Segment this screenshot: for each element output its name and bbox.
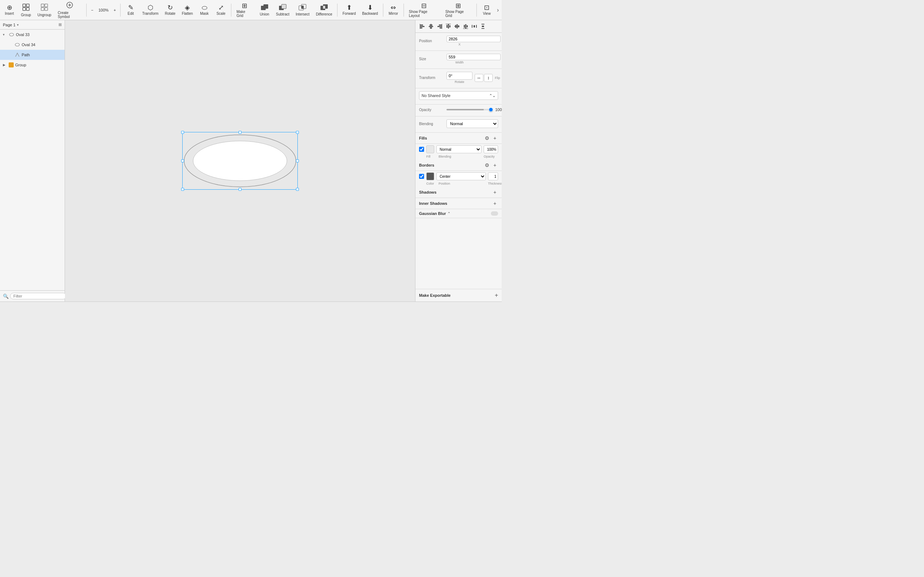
insert-icon: ⊕ — [7, 4, 12, 11]
align-top-button[interactable] — [444, 23, 452, 30]
gaussian-blur-chevron-icon[interactable]: ⌃ — [447, 212, 451, 215]
union-button[interactable]: Union — [257, 2, 273, 19]
shadows-add-button[interactable]: + — [492, 189, 498, 195]
fill-enabled-checkbox[interactable] — [419, 147, 424, 152]
layer-filter-input[interactable] — [10, 293, 66, 299]
shared-style-select[interactable]: No Shared Style ⌃⌄ — [419, 91, 498, 100]
handle-middle-left[interactable] — [181, 160, 184, 162]
position-x-input[interactable] — [446, 36, 501, 42]
layer-item-path[interactable]: Path — [0, 50, 65, 60]
fills-header: Fills ⚙ + — [415, 133, 502, 144]
svg-rect-46 — [463, 29, 468, 29]
fill-opacity-input[interactable] — [484, 145, 498, 153]
layer-item-group[interactable]: ▶ Group — [0, 60, 65, 70]
width-col: Width — [446, 54, 501, 64]
handle-top-left[interactable] — [181, 131, 184, 134]
flip-horizontal-button[interactable]: ↔ — [475, 74, 483, 82]
align-left-button[interactable] — [418, 23, 426, 30]
create-symbol-button[interactable]: Create Symbol — [55, 2, 84, 19]
make-exportable-add-button[interactable]: + — [495, 292, 498, 298]
svg-rect-5 — [45, 4, 48, 7]
border-enabled-checkbox[interactable] — [419, 174, 424, 179]
transform-button[interactable]: ⬡ Transform — [139, 2, 162, 19]
svg-rect-50 — [481, 24, 485, 24]
align-middle-v-button[interactable] — [453, 23, 461, 30]
size-width-input[interactable] — [446, 54, 501, 60]
page-name: Page 1 — [3, 23, 16, 27]
rotate-input[interactable] — [446, 72, 472, 80]
zoom-minus-button[interactable]: − — [89, 2, 95, 19]
svg-rect-1 — [26, 4, 29, 7]
layer-item-oval33[interactable]: ▾ Oval 33 — [0, 29, 65, 40]
left-bottom: 🔍 ⎘ ✎ 0 — [0, 290, 65, 301]
rotate-icon: ↻ — [168, 4, 173, 11]
blending-select[interactable]: NormalDarkenMultiplyColor BurnLightenScr… — [446, 119, 498, 128]
show-page-layout-icon: ⊟ — [421, 3, 426, 9]
distribute-v-button[interactable] — [479, 23, 487, 30]
align-right-button[interactable] — [436, 23, 444, 30]
handle-bottom-center[interactable] — [239, 188, 241, 191]
svg-rect-49 — [476, 25, 477, 28]
borders-add-button[interactable]: + — [492, 162, 498, 168]
blending-label: Blending — [419, 122, 444, 126]
mirror-button[interactable]: ⇔ Mirror — [386, 2, 401, 19]
expand-icon-group[interactable]: ▶ — [3, 63, 7, 67]
view-button[interactable]: ⊡ View — [479, 2, 495, 19]
forward-icon: ⬆ — [347, 4, 352, 11]
inner-shadows-add-button[interactable]: + — [492, 200, 498, 206]
handle-top-center[interactable] — [239, 131, 241, 134]
handle-middle-right[interactable] — [296, 160, 299, 162]
opacity-slider[interactable] — [446, 109, 493, 110]
show-page-layout-button[interactable]: ⊟ Show Page Layout — [406, 2, 442, 19]
fills-add-button[interactable]: + — [492, 135, 498, 141]
blending-row: Blending NormalDarkenMultiplyColor BurnL… — [419, 119, 498, 128]
forward-button[interactable]: ⬆ Forward — [340, 2, 359, 19]
distribute-h-button[interactable] — [470, 23, 478, 30]
fill-color-swatch[interactable] — [426, 145, 434, 153]
show-page-grid-button[interactable]: ⊞ Show Page Grid — [443, 2, 474, 19]
intersect-button[interactable]: Intersect — [293, 2, 313, 19]
oval-layer-icon — [9, 32, 15, 37]
layer-item-oval34[interactable]: Oval 34 ⎘ — [0, 40, 65, 50]
svg-rect-2 — [23, 8, 26, 10]
scale-button[interactable]: ⤢ Scale — [213, 2, 229, 19]
gaussian-blur-toggle[interactable] — [491, 211, 498, 216]
handle-bottom-left[interactable] — [181, 188, 184, 191]
borders-settings-button[interactable]: ⚙ — [484, 162, 490, 168]
zoom-plus-button[interactable]: + — [111, 2, 118, 19]
flatten-button[interactable]: ◈ Flatten — [179, 2, 195, 19]
align-bottom-button[interactable] — [462, 23, 470, 30]
align-center-h-button[interactable] — [427, 23, 435, 30]
backward-button[interactable]: ⬇ Backward — [359, 2, 380, 19]
edit-button[interactable]: ✎ Edit — [123, 2, 139, 19]
page-settings-icon[interactable]: ⊞ — [58, 23, 62, 27]
handle-top-right[interactable] — [296, 131, 299, 134]
borders-actions: ⚙ + — [484, 162, 498, 168]
fill-blending-select[interactable]: Normal — [436, 145, 481, 153]
view-icon: ⊡ — [484, 4, 489, 11]
mask-button[interactable]: ⬭ Mask — [196, 2, 212, 19]
more-button[interactable]: › — [496, 5, 500, 15]
position-section: Position X Y — [415, 33, 502, 51]
transform-label: Transform — [419, 76, 444, 80]
handle-bottom-right[interactable] — [296, 188, 299, 191]
make-grid-button[interactable]: ⊞ Make Grid — [234, 2, 256, 19]
ungroup-button[interactable]: Ungroup — [35, 2, 54, 19]
zoom-value-display[interactable]: 100% — [96, 2, 111, 19]
fill-checkbox-label — [419, 155, 424, 158]
group-button[interactable]: Group — [18, 2, 34, 19]
subtract-button[interactable]: Subtract — [273, 2, 292, 19]
flip-vertical-button[interactable]: ↕ — [484, 74, 493, 82]
canvas[interactable] — [65, 20, 415, 301]
shape-container[interactable] — [182, 132, 298, 190]
border-color-swatch[interactable] — [426, 172, 434, 180]
shared-style-chevron-icon: ⌃⌄ — [489, 93, 496, 98]
rotate-button[interactable]: ↻ Rotate — [162, 2, 178, 19]
border-thickness-input[interactable] — [488, 172, 498, 180]
insert-button[interactable]: ⊕ Insert — [2, 2, 17, 19]
fills-settings-button[interactable]: ⚙ — [484, 135, 490, 141]
difference-button[interactable]: Difference — [313, 2, 335, 19]
border-position-select[interactable]: Center Inside Outside — [436, 172, 486, 180]
expand-icon[interactable]: ▾ — [3, 33, 7, 36]
page-selector[interactable]: Page 1 ▾ ⊞ — [0, 20, 65, 29]
